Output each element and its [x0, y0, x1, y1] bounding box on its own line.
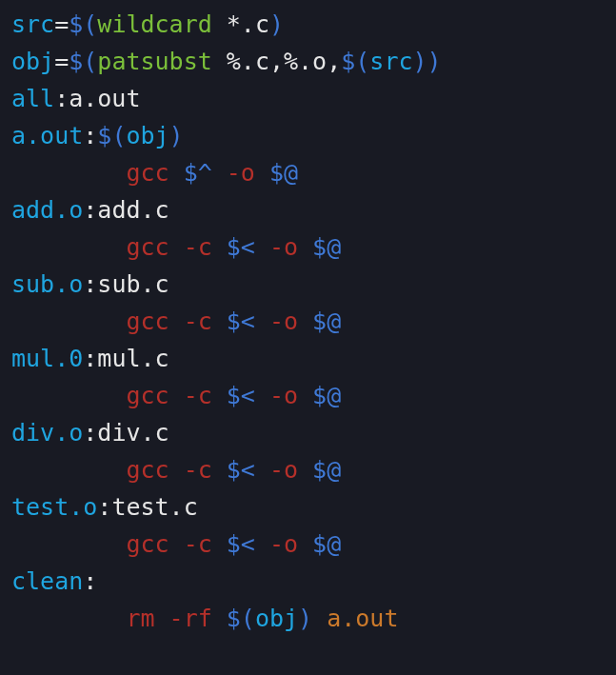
code-line: gcc $^ -o $@ — [11, 159, 298, 187]
code-token: ) — [427, 48, 442, 75]
code-token: $@ — [269, 159, 298, 187]
code-token: : — [83, 567, 97, 595]
code-token: gcc — [126, 159, 183, 187]
code-line: rm -rf $(obj) a.out — [11, 605, 398, 632]
code-line: mul.0:mul.c — [11, 345, 169, 372]
indent — [11, 159, 126, 187]
code-token: : — [83, 196, 97, 224]
code-line: gcc -c $< -o $@ — [11, 308, 341, 335]
code-token: a.out — [327, 605, 398, 632]
code-token: sub.c — [97, 270, 169, 298]
code-line: gcc -c $< -o $@ — [11, 233, 341, 261]
code-token: -o — [255, 233, 312, 261]
code-token: gcc -c — [126, 456, 226, 484]
code-token: : — [83, 122, 97, 149]
code-token: : — [83, 419, 97, 447]
code-token: wildcard — [97, 10, 226, 38]
code-token: src — [11, 10, 54, 38]
code-token: %.o — [284, 48, 327, 75]
code-token: $< — [227, 530, 255, 558]
code-token: $@ — [312, 530, 341, 558]
code-token: div.c — [97, 419, 169, 447]
indent — [11, 530, 126, 558]
indent — [11, 308, 126, 335]
code-line: src=$(wildcard *.c) — [11, 10, 284, 38]
code-token: $< — [227, 233, 255, 261]
code-token — [312, 605, 327, 632]
code-token: add.o — [11, 196, 83, 224]
code-token: all — [11, 85, 54, 112]
code-token: = — [54, 48, 69, 75]
code-token: ) — [413, 48, 427, 75]
code-token: obj — [255, 605, 298, 632]
code-token: gcc -c — [126, 233, 226, 261]
code-token: , — [327, 48, 341, 75]
code-editor-content[interactable]: src=$(wildcard *.c) obj=$(patsubst %.c,%… — [0, 0, 616, 648]
code-token: div.o — [11, 419, 83, 447]
code-token: : — [97, 493, 111, 521]
code-token: $@ — [312, 456, 341, 484]
code-token: , — [269, 48, 284, 75]
code-token: $( — [227, 605, 255, 632]
code-line: gcc -c $< -o $@ — [11, 382, 341, 409]
code-token: *.c — [227, 10, 269, 38]
code-token: $( — [97, 122, 126, 149]
code-token: $( — [69, 48, 97, 75]
code-line: sub.o:sub.c — [11, 270, 169, 298]
code-token: $@ — [312, 382, 341, 409]
code-token: gcc -c — [126, 382, 226, 409]
code-token: ) — [298, 605, 312, 632]
code-token: ) — [269, 10, 284, 38]
indent — [11, 605, 126, 632]
code-line: all:a.out — [11, 85, 140, 112]
code-token: %.c — [227, 48, 269, 75]
code-token: add.c — [97, 196, 169, 224]
code-line: gcc -c $< -o $@ — [11, 456, 341, 484]
indent — [11, 233, 126, 261]
indent — [11, 456, 126, 484]
code-token: = — [54, 10, 69, 38]
code-token: -o — [255, 530, 312, 558]
code-token: $@ — [312, 233, 341, 261]
code-token: : — [83, 345, 97, 372]
code-token: clean — [11, 567, 83, 595]
code-token: rm -rf — [126, 605, 226, 632]
code-token: $( — [69, 10, 97, 38]
code-line: obj=$(patsubst %.c,%.o,$(src)) — [11, 48, 442, 75]
code-token: gcc -c — [126, 530, 226, 558]
code-token: a.out — [69, 85, 140, 112]
code-token: $< — [227, 456, 255, 484]
code-token: : — [83, 270, 97, 298]
code-token: a.out — [11, 122, 83, 149]
code-token: ) — [169, 122, 184, 149]
code-token: -o — [255, 308, 312, 335]
code-token: $< — [227, 382, 255, 409]
code-token: gcc -c — [126, 308, 226, 335]
code-line: gcc -c $< -o $@ — [11, 530, 341, 558]
code-token: $@ — [312, 308, 341, 335]
code-token: $< — [227, 308, 255, 335]
code-token: patsubst — [97, 48, 226, 75]
code-token: $( — [341, 48, 369, 75]
code-token: -o — [255, 382, 312, 409]
code-line: a.out:$(obj) — [11, 122, 184, 149]
code-token: : — [54, 85, 69, 112]
code-line: div.o:div.c — [11, 419, 169, 447]
code-token: test.c — [111, 493, 197, 521]
code-line: add.o:add.c — [11, 196, 169, 224]
code-token: sub.o — [11, 270, 83, 298]
code-token: obj — [11, 48, 54, 75]
code-token: mul.c — [97, 345, 169, 372]
code-token: -o — [212, 159, 269, 187]
indent — [11, 382, 126, 409]
code-token: $^ — [184, 159, 212, 187]
code-line: test.o:test.c — [11, 493, 198, 521]
code-token: test.o — [11, 493, 97, 521]
code-token: src — [369, 48, 412, 75]
code-line: clean: — [11, 567, 97, 595]
code-token: -o — [255, 456, 312, 484]
code-token: mul.0 — [11, 345, 83, 372]
code-token: obj — [126, 122, 169, 149]
